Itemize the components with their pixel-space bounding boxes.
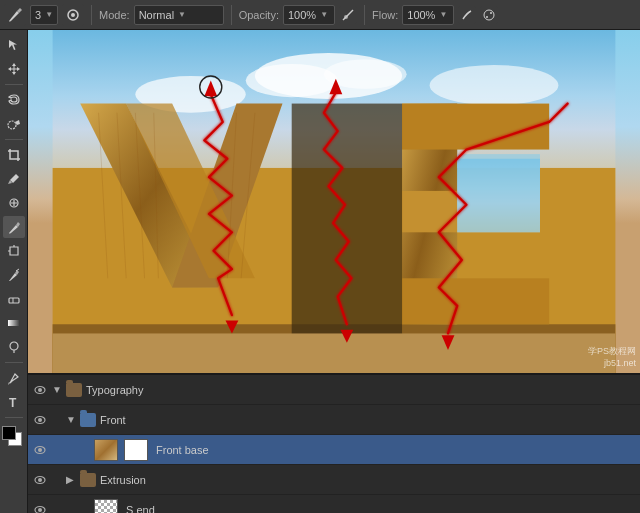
selection-tool[interactable] — [3, 34, 25, 56]
layer-expand-typography[interactable]: ▼ — [52, 384, 62, 395]
layer-row-typography[interactable]: ▼ Typography — [28, 375, 640, 405]
layer-thumb2-front-base — [124, 439, 148, 461]
svg-rect-10 — [8, 320, 20, 326]
lasso-tool[interactable] — [3, 89, 25, 111]
layer-expand-front[interactable]: ▼ — [66, 414, 76, 425]
mode-label: Mode: — [99, 9, 130, 21]
fg-color-swatch[interactable] — [2, 426, 16, 440]
tool-sep-3 — [5, 362, 23, 363]
mode-arrow: ▼ — [178, 10, 186, 19]
history-brush-tool[interactable] — [3, 264, 25, 286]
opacity-value: 100% — [288, 9, 316, 21]
svg-point-5 — [490, 12, 492, 14]
layer-row-s-end[interactable]: S end — [28, 495, 640, 513]
tool-sep-2 — [5, 139, 23, 140]
main-area: T — [0, 30, 640, 513]
layer-visibility-typography[interactable] — [32, 382, 48, 398]
opacity-icon[interactable] — [339, 6, 357, 24]
svg-point-51 — [38, 478, 42, 482]
sep1 — [91, 5, 92, 25]
svg-point-45 — [38, 388, 42, 392]
color-swatches[interactable] — [2, 426, 26, 450]
svg-point-2 — [344, 15, 348, 19]
tool-sep-4 — [5, 417, 23, 418]
svg-point-6 — [8, 121, 16, 129]
brush-size-arrow: ▼ — [45, 10, 53, 19]
pen-tool[interactable] — [3, 367, 25, 389]
svg-point-1 — [71, 13, 75, 17]
layer-visibility-front[interactable] — [32, 412, 48, 428]
layer-name-extrusion: Extrusion — [100, 474, 636, 486]
opacity-label: Opacity: — [239, 9, 279, 21]
brush-size-dropdown[interactable]: 3 ▼ — [30, 5, 58, 25]
layer-thumb-front-base — [94, 439, 118, 461]
mode-value: Normal — [139, 9, 174, 21]
layer-thumb-s-end — [94, 499, 118, 514]
crop-tool[interactable] — [3, 144, 25, 166]
svg-point-49 — [38, 448, 42, 452]
flow-label: Flow: — [372, 9, 398, 21]
svg-point-3 — [484, 10, 494, 20]
opacity-dropdown[interactable]: 100% ▼ — [283, 5, 335, 25]
layer-visibility-extrusion[interactable] — [32, 472, 48, 488]
layer-visibility-s-end[interactable] — [32, 502, 48, 514]
svg-rect-8 — [9, 298, 19, 303]
text-tool[interactable]: T — [3, 391, 25, 413]
layer-name-front-base: Front base — [156, 444, 636, 456]
opacity-arrow: ▼ — [320, 10, 328, 19]
brush-settings-icon[interactable] — [62, 4, 84, 26]
quick-select-tool[interactable] — [3, 113, 25, 135]
layer-row-front-base[interactable]: Front base — [28, 435, 640, 465]
spot-heal-tool[interactable] — [3, 192, 25, 214]
flow-value: 100% — [407, 9, 435, 21]
brush-tool[interactable] — [3, 216, 25, 238]
top-toolbar: 3 ▼ Mode: Normal ▼ Opacity: 100% ▼ Flow:… — [0, 0, 640, 30]
layers-panel: ▼ Typography ▼ Front — [28, 373, 640, 513]
layer-name-s-end: S end — [126, 504, 636, 514]
sep2 — [231, 5, 232, 25]
left-toolbar: T — [0, 30, 28, 513]
airbrush-icon[interactable] — [480, 6, 498, 24]
svg-point-53 — [38, 508, 42, 512]
move-tool[interactable] — [3, 58, 25, 80]
svg-point-47 — [38, 418, 42, 422]
layer-row-extrusion[interactable]: ▶ Extrusion — [28, 465, 640, 495]
flow-arrow: ▼ — [439, 10, 447, 19]
brush-size-value: 3 — [35, 9, 41, 21]
gradient-tool[interactable] — [3, 312, 25, 334]
layer-name-typography: Typography — [86, 384, 636, 396]
blur-tool[interactable] — [3, 336, 25, 358]
eraser-tool[interactable] — [3, 288, 25, 310]
clone-tool[interactable] — [3, 240, 25, 262]
layer-row-front[interactable]: ▼ Front — [28, 405, 640, 435]
sep3 — [364, 5, 365, 25]
svg-text:T: T — [9, 396, 17, 409]
eyedropper-tool[interactable] — [3, 168, 25, 190]
flow-dropdown[interactable]: 100% ▼ — [402, 5, 454, 25]
svg-point-11 — [10, 342, 18, 350]
tool-sep-1 — [5, 84, 23, 85]
mode-dropdown[interactable]: Normal ▼ — [134, 5, 224, 25]
layer-name-front: Front — [100, 414, 636, 426]
layer-folder-icon-front — [80, 413, 96, 427]
flow-icon[interactable] — [458, 6, 476, 24]
layer-expand-extrusion[interactable]: ▶ — [66, 474, 76, 485]
brush-tool-icon[interactable] — [4, 4, 26, 26]
canvas-area[interactable]: 学PS教程网 jb51.net ▼ Typography ▼ Fr — [28, 30, 640, 513]
layer-visibility-front-base[interactable] — [32, 442, 48, 458]
layer-folder-icon-typography — [66, 383, 82, 397]
layer-folder-icon-extrusion — [80, 473, 96, 487]
svg-point-4 — [486, 16, 488, 18]
